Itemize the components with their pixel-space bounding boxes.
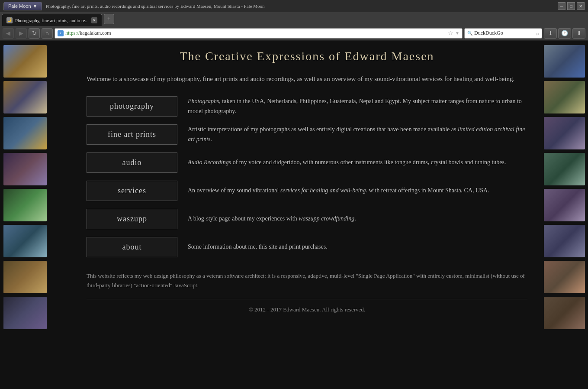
sidebar-right xyxy=(540,41,588,389)
sidebar-left-img-5 xyxy=(3,189,47,221)
sidebar-right-img-1 xyxy=(544,45,585,78)
services-desc-after: . with retreat offerings in Mount Shasta… xyxy=(366,187,489,194)
fine-art-prints-desc-before: Artistic interpretations of my photograp… xyxy=(188,126,458,133)
nav-row-waszupp: waszupp A blog-style page about my exper… xyxy=(87,209,527,229)
pale-moon-label: Pale Moon xyxy=(8,3,31,9)
about-description: Some information about me, this site and… xyxy=(188,242,527,252)
bookmark-star-icon[interactable]: ☆ xyxy=(448,29,453,37)
nav-section: photography Photographs, taken in the US… xyxy=(87,96,527,257)
reload-button[interactable]: ↻ xyxy=(29,28,40,39)
audio-desc-italic: Audio Recordings xyxy=(188,159,231,165)
sidebar-right-img-8 xyxy=(544,297,585,329)
url-domain: kagalakan.com xyxy=(80,30,111,36)
img-right-placeholder-8 xyxy=(544,297,585,329)
copyright-text: © 2012 - 2017 Edward Maesen. All rights … xyxy=(87,299,527,320)
back-button[interactable]: ◀ xyxy=(3,28,14,39)
tab-close-button[interactable]: ✕ xyxy=(91,17,97,23)
img-placeholder-8 xyxy=(3,297,47,329)
img-placeholder-3 xyxy=(3,117,47,149)
search-input-text: DuckDuckGo xyxy=(474,30,534,36)
home-button[interactable]: ⌂ xyxy=(42,28,53,39)
footer-philosophy-text: This website reflects my web design phil… xyxy=(87,271,527,290)
page-content: The Creative Expressions of Edward Maese… xyxy=(0,41,588,389)
more-button[interactable]: ⬇ xyxy=(572,28,585,39)
search-engine-logo: 🔍 xyxy=(467,31,472,36)
sidebar-left-img-3 xyxy=(3,117,47,149)
tab-favicon: 🌙 xyxy=(6,17,13,23)
waszupp-desc-before: A blog-style page about my experiences w… xyxy=(188,215,299,222)
title-bar: Pale Moon ▼ Photography, fine art prints… xyxy=(0,0,588,12)
img-placeholder-1 xyxy=(3,45,47,78)
img-placeholder-4 xyxy=(3,153,47,185)
sidebar-right-img-3 xyxy=(544,117,585,149)
fine-art-prints-button[interactable]: fine art prints xyxy=(87,124,177,145)
sidebar-left-img-4 xyxy=(3,153,47,185)
sidebar-left-img-8 xyxy=(3,297,47,329)
sidebar-right-img-2 xyxy=(544,81,585,113)
url-text: https://kagalakan.com xyxy=(65,30,446,36)
window-controls: ─ □ ✕ xyxy=(558,2,585,10)
minimize-button[interactable]: ─ xyxy=(558,2,566,10)
audio-description: Audio Recordings of my voice and didgeri… xyxy=(188,158,527,167)
nav-row-services: services An overview of my sound vibrati… xyxy=(87,181,527,201)
img-right-placeholder-4 xyxy=(544,153,585,185)
sidebar-left-img-7 xyxy=(3,261,47,293)
dropdown-arrow-icon: ▼ xyxy=(33,3,38,9)
close-button[interactable]: ✕ xyxy=(577,2,585,10)
sidebar-right-img-7 xyxy=(544,261,585,293)
sidebar-right-img-6 xyxy=(544,225,585,257)
url-bar[interactable]: k https://kagalakan.com ☆ ▼ xyxy=(55,28,463,39)
photography-desc-text: , taken in the USA, Netherlands, Philipp… xyxy=(188,98,522,114)
about-button[interactable]: about xyxy=(87,237,177,257)
content-center: The Creative Expressions of Edward Maese… xyxy=(74,41,540,389)
nav-row-fine-art-prints: fine art prints Artistic interpretations… xyxy=(87,124,527,145)
img-placeholder-7 xyxy=(3,261,47,293)
sidebar-right-img-4 xyxy=(544,153,585,185)
url-favicon: k xyxy=(58,30,64,36)
services-desc-italic: services for healing and well-being xyxy=(280,187,366,194)
pale-moon-menu-button[interactable]: Pale Moon ▼ xyxy=(3,2,42,10)
new-tab-button[interactable]: + xyxy=(104,14,114,24)
img-right-placeholder-1 xyxy=(544,45,585,78)
img-right-placeholder-2 xyxy=(544,81,585,113)
audio-desc-text: of my voice and didgeridoo, with numerou… xyxy=(231,159,506,165)
waszupp-description: A blog-style page about my experiences w… xyxy=(188,214,527,224)
forward-button[interactable]: ▶ xyxy=(16,28,27,39)
img-placeholder-5 xyxy=(3,189,47,221)
downloads-button[interactable]: ⬇ xyxy=(544,28,557,39)
nav-row-about: about Some information about me, this si… xyxy=(87,237,527,257)
nav-right-buttons: ⬇ 🕐 ⬇ xyxy=(544,28,585,39)
tab-bar: 🌙 Photography, fine art prints, audio re… xyxy=(0,12,588,26)
intro-paragraph: Welcome to a showcase of my photography,… xyxy=(87,74,527,84)
sidebar-left-img-6 xyxy=(3,225,47,257)
img-right-placeholder-5 xyxy=(544,189,585,221)
img-placeholder-6 xyxy=(3,225,47,257)
audio-button[interactable]: audio xyxy=(87,152,177,173)
waszupp-button[interactable]: waszupp xyxy=(87,209,177,229)
waszupp-desc-after: . xyxy=(354,215,356,222)
tab-label: Photography, fine art prints, audio re..… xyxy=(15,18,89,23)
photography-desc-italic: Photographs xyxy=(188,98,219,104)
img-right-placeholder-6 xyxy=(544,225,585,257)
main-layout: The Creative Expressions of Edward Maese… xyxy=(0,41,588,389)
fine-art-prints-desc-after: . xyxy=(211,136,212,143)
services-description: An overview of my sound vibrational serv… xyxy=(188,186,527,195)
maximize-button[interactable]: □ xyxy=(567,2,575,10)
nav-row-audio: audio Audio Recordings of my voice and d… xyxy=(87,152,527,173)
nav-bar: ◀ ▶ ↻ ⌂ k https://kagalakan.com ☆ ▼ 🔍 Du… xyxy=(0,26,588,41)
nav-row-photography: photography Photographs, taken in the US… xyxy=(87,96,527,117)
fine-art-prints-description: Artistic interpretations of my photograp… xyxy=(188,125,527,144)
search-submit-icon[interactable]: ⌕ xyxy=(536,31,539,36)
active-tab[interactable]: 🌙 Photography, fine art prints, audio re… xyxy=(2,14,102,26)
sidebar-left-img-1 xyxy=(3,45,47,78)
url-dropdown-icon: ▼ xyxy=(455,31,459,36)
search-bar[interactable]: 🔍 DuckDuckGo ⌕ xyxy=(464,28,542,39)
services-desc-before: An overview of my sound vibrational xyxy=(188,187,280,194)
history-button[interactable]: 🕐 xyxy=(558,28,571,39)
sidebar-left xyxy=(0,41,74,389)
img-right-placeholder-7 xyxy=(544,261,585,293)
waszupp-desc-italic: waszupp crowdfunding xyxy=(299,215,354,222)
page-title: The Creative Expressions of Edward Maese… xyxy=(87,49,527,63)
services-button[interactable]: services xyxy=(87,181,177,201)
photography-button[interactable]: photography xyxy=(87,96,177,117)
